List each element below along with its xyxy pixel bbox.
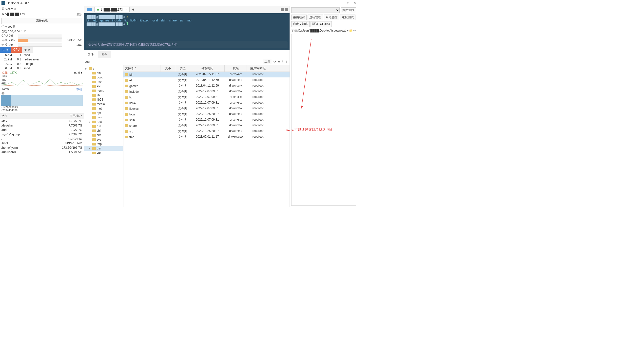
new-tab-button[interactable]: + <box>132 7 134 12</box>
file-row[interactable]: bin文件夹2023/07/15 11:07dr-xr-xr-xroot/roo… <box>124 72 289 78</box>
tree-node[interactable]: run <box>84 124 123 129</box>
star-icon[interactable]: ★ <box>278 60 280 63</box>
folder-icon[interactable] <box>87 8 92 11</box>
proc-tab-cpu[interactable]: CPU <box>11 47 22 53</box>
file-row[interactable]: src文件夹2022/11/25 20:27drwxr-xr-xroot/roo… <box>124 129 289 134</box>
fs-row[interactable]: /dev7.7G/7.7G <box>0 119 84 123</box>
system-info-button[interactable]: 系统信息 <box>1 18 82 24</box>
tree-node[interactable]: ▸/ <box>84 66 123 71</box>
file-row[interactable]: include文件夹2022/12/07 09:31drwxr-xr-xroot… <box>124 89 289 94</box>
file-row[interactable]: etc文件夹2018/04/11 12:59drwxr-xr-xroot/roo… <box>124 78 289 83</box>
process-row[interactable]: 6.5M0.3sshd <box>0 66 84 71</box>
fs-row[interactable]: /run/user/01.5G/1.5G <box>0 150 84 154</box>
refresh-icon[interactable]: ⟳ <box>274 60 276 63</box>
col-name[interactable]: 文件名 ^ <box>124 65 160 72</box>
tree-node[interactable]: bin <box>84 71 123 75</box>
file-row[interactable]: games文件夹2018/04/11 12:59drwxr-xr-xroot/r… <box>124 83 289 89</box>
download-icon[interactable]: ⬇ <box>282 60 284 63</box>
tree-node[interactable]: etc <box>84 84 123 88</box>
tree-node[interactable]: tmp <box>84 142 123 146</box>
proc-tab-cmd[interactable]: 命令 <box>22 47 33 53</box>
tree-node[interactable]: media <box>84 102 123 106</box>
file-row[interactable]: local文件夹2022/11/25 20:27drwxr-xr-xroot/r… <box>124 112 289 117</box>
terminal[interactable]: [████@████████ ███]# ls binetcgamesinclu… <box>84 13 289 50</box>
grid-view-icon[interactable] <box>281 8 284 11</box>
tool-button[interactable]: 自定义加速 <box>291 21 310 27</box>
file-row[interactable]: tmp文件夹2023/07/01 11:17drwxrwxrwxroot/roo… <box>124 134 289 140</box>
tree-node[interactable]: dev <box>84 80 123 84</box>
tree-node[interactable]: ▾usr <box>84 146 123 151</box>
swap-label: 交换 <box>1 43 9 47</box>
latency-ms: 14ms <box>1 87 9 91</box>
maximize-button[interactable]: □ <box>347 1 349 5</box>
trace-select[interactable] <box>291 7 340 13</box>
upload-icon[interactable]: ⬆ <box>286 60 288 63</box>
mem-bar <box>18 38 62 42</box>
file-row[interactable]: lib64文件夹2022/12/07 09:31dr-xr-xr-xroot/r… <box>124 100 289 106</box>
file-row[interactable]: libexec文件夹2022/12/07 09:31drwxr-xr-xroot… <box>124 106 289 112</box>
current-path[interactable]: /usr <box>85 60 90 63</box>
process-row[interactable]: 5.6M1sshd <box>0 53 84 57</box>
tree-node[interactable]: ▸root <box>84 120 123 124</box>
tool-button[interactable]: 速度测试 <box>340 15 355 20</box>
ip-value: 5█.██.██.173 <box>5 13 25 17</box>
list-view-icon[interactable] <box>285 8 288 11</box>
proc-tab-mem[interactable]: 内存 <box>0 47 11 53</box>
tab-files[interactable]: 文件 <box>84 51 97 58</box>
close-button[interactable]: ✕ <box>353 1 356 5</box>
tool-button[interactable]: 进程管理 <box>308 15 323 20</box>
tree-node[interactable]: opt <box>84 111 123 115</box>
tool-button[interactable]: 路由追踪 <box>291 15 307 20</box>
tree-node[interactable]: lib <box>84 93 123 97</box>
open-folder-icon[interactable]: 📁 <box>349 29 353 32</box>
dropdown-icon[interactable]: ▾ <box>347 29 348 32</box>
file-row[interactable]: sbin文件夹2022/12/07 09:31dr-xr-xr-xroot/ro… <box>124 117 289 123</box>
tree-node[interactable]: var <box>84 151 123 155</box>
minimize-button[interactable]: — <box>340 1 343 5</box>
fs-row[interactable]: /run7G/7.7G <box>0 128 84 132</box>
close-tab-icon[interactable]: × <box>125 8 127 11</box>
titlebar: FinalShell 4.3.0.6 — □ ✕ <box>0 0 357 6</box>
tab-commands[interactable]: 命令 <box>98 51 111 58</box>
session-tab[interactable]: 1 ███.███.173 × <box>94 7 130 12</box>
annotation-text: sz rz 可以通过该目录找到地址 <box>286 128 333 132</box>
fs-row[interactable]: /dev/shm7.7G/7.7G <box>0 123 84 128</box>
latency-local[interactable]: 本机 <box>76 87 82 91</box>
command-input[interactable]: 命令输入 (按ALT键提示历史,TAB键路径,ESC键返回,双击CTRL切换) <box>86 41 287 48</box>
process-row[interactable]: 51.7M0.3redis-server <box>0 57 84 62</box>
fs-row[interactable]: /home/tysrm173.5G/196.7G <box>0 145 84 150</box>
download-label: 下载: <box>291 29 298 33</box>
fs-row[interactable]: /boot819M/1014M <box>0 141 84 145</box>
tree-node[interactable]: lib64 <box>84 97 123 102</box>
ip-prefix: IP <box>1 13 4 17</box>
col-size[interactable]: 大小 <box>160 65 175 72</box>
cpu-pct: 0% <box>9 34 18 37</box>
folder-icon[interactable]: ▭ <box>353 29 356 32</box>
tree-node[interactable]: srv <box>84 133 123 137</box>
directory-tree[interactable]: ▸/binbootdevetchomeliblib64mediamntoptpr… <box>84 65 124 207</box>
tree-node[interactable]: mnt <box>84 106 123 111</box>
trace-route-button[interactable]: 路由追踪 <box>341 7 356 13</box>
mem-val: 3.8G/15.5G <box>62 38 82 42</box>
tree-node[interactable]: sys <box>84 137 123 142</box>
tool-button[interactable]: 双边TCP加速 <box>311 21 332 27</box>
copy-ip-button[interactable]: 复制 <box>76 13 82 17</box>
chevron-down-icon[interactable]: ▾ <box>81 71 82 75</box>
fs-row[interactable]: /sys/fs/cgroup7.7G/7.7G <box>0 132 84 137</box>
cpu-label: CPU <box>1 34 9 37</box>
col-perm[interactable]: 权限 <box>225 65 247 72</box>
process-row[interactable]: 2.3G0.3mongod <box>0 62 84 66</box>
tool-button[interactable]: 网络监控 <box>324 15 339 20</box>
file-row[interactable]: lib文件夹2022/12/07 09:31dr-xr-xr-xroot/roo… <box>124 94 289 100</box>
tree-node[interactable]: boot <box>84 75 123 80</box>
fs-row[interactable]: /41.3G/44G <box>0 137 84 141</box>
col-user[interactable]: 用户/用户组 <box>247 65 269 72</box>
net-iface[interactable]: eth0 <box>74 71 80 75</box>
tree-node[interactable]: sbin <box>84 129 123 133</box>
history-button[interactable]: 历史 <box>263 59 272 64</box>
file-row[interactable]: share文件夹2022/12/07 09:31drwxr-xr-xroot/r… <box>124 123 289 129</box>
col-time[interactable]: 修改时间 <box>190 65 225 72</box>
col-type[interactable]: 类型 <box>175 65 190 72</box>
tree-node[interactable]: proc <box>84 115 123 120</box>
tree-node[interactable]: home <box>84 88 123 93</box>
